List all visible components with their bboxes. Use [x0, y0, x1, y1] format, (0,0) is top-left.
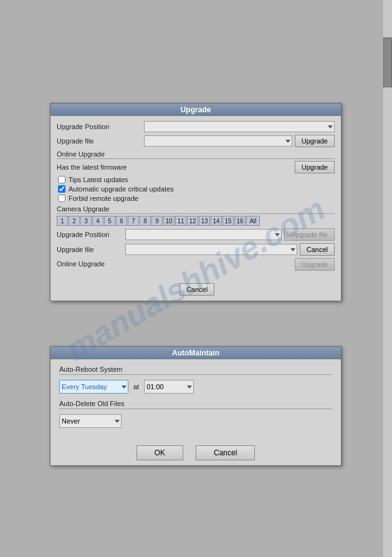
am-ok-button[interactable]: OK	[136, 445, 183, 460]
cam-num-6[interactable]: 6	[116, 216, 127, 226]
scrollbar-thumb[interactable]	[383, 37, 392, 87]
online-upgrade-disabled-btn: Upgrade	[295, 258, 335, 271]
camera-upgrade-section: Camera Upgrade	[57, 205, 335, 214]
upgrade-file-input-group: Upgrade	[144, 135, 335, 147]
cam-num-1[interactable]: 1	[57, 216, 68, 226]
camera-upgrade-position-wrapper	[125, 229, 282, 240]
has-firmware-row: Has the latest firmware Upgrade	[57, 161, 335, 173]
upgrade-cancel-button[interactable]: Cancel	[179, 283, 214, 296]
tips-latest-row: Tips Latest updates	[58, 176, 335, 183]
upgrade-dialog: Upgrade Upgrade Position Upgrade file	[50, 103, 342, 301]
cam-num-4[interactable]: 4	[92, 216, 103, 226]
camera-upgrade-file-select[interactable]	[125, 244, 297, 255]
auto-critical-label: Automatic upgrade critical updates	[69, 185, 174, 193]
upgrade-position-label: Upgrade Position	[57, 123, 144, 130]
am-cancel-button[interactable]: Cancel	[196, 445, 255, 460]
delete-select-wrapper: Never 1 Day 7 Days 30 Days	[59, 414, 122, 428]
cam-num-2[interactable]: 2	[69, 216, 80, 226]
delete-select[interactable]: Never 1 Day 7 Days 30 Days	[59, 414, 122, 428]
automaintain-dialog-title: AutoMaintain	[50, 347, 341, 359]
upgrade-dialog-body: Upgrade Position Upgrade file Upgrade	[50, 116, 341, 278]
time-select[interactable]: 01:00 00:00 02:00 03:00	[144, 380, 194, 394]
camera-upgrade-position-select[interactable]	[125, 229, 282, 240]
cam-num-16[interactable]: 16	[234, 216, 246, 226]
camera-upgrade-file-row: Upgrade file Cancel	[57, 243, 335, 256]
cam-num-14[interactable]: 14	[211, 216, 222, 226]
cam-num-8[interactable]: 8	[140, 216, 151, 226]
cam-num-12[interactable]: 12	[187, 216, 198, 226]
camera-upgrade-file-wrapper	[125, 244, 297, 255]
automaintain-dialog: AutoMaintain Auto-Reboot System Every Tu…	[50, 346, 342, 466]
auto-critical-checkbox[interactable]	[58, 185, 65, 193]
automaintain-body: Auto-Reboot System Every Tuesday Every M…	[50, 359, 341, 440]
automaintain-footer: OK Cancel	[50, 440, 341, 465]
online-upgrade-row2: Online Upgrade Upgrade	[57, 258, 335, 271]
auto-critical-row: Automatic upgrade critical updates	[58, 185, 335, 193]
camera-numbers: 1 2 3 4 5 6 7 8 9 10 11 12 13 14 15 16 A…	[57, 216, 335, 226]
upgrade-file-label: Upgrade file	[57, 137, 144, 145]
upgrade-file-row: Upgrade file Upgrade	[57, 135, 335, 147]
upgrade-dialog-footer: Cancel	[50, 278, 341, 301]
cam-num-7[interactable]: 7	[128, 216, 139, 226]
camera-upgrade-position-row: Upgrade Position Upgrade file	[57, 228, 335, 241]
forbid-remote-row: Forbid remote upgrade	[58, 195, 335, 202]
upgrade-file-select[interactable]	[144, 135, 292, 147]
upgrade-file-select-wrapper	[144, 135, 292, 147]
cam-num-15[interactable]: 15	[222, 216, 234, 226]
tips-latest-checkbox[interactable]	[58, 176, 65, 183]
cam-num-5[interactable]: 5	[104, 216, 115, 226]
cam-num-13[interactable]: 13	[199, 216, 210, 226]
forbid-remote-label: Forbid remote upgrade	[69, 195, 138, 202]
has-firmware-text: Has the latest firmware	[57, 163, 127, 171]
camera-upgrade-file-label: Upgrade file	[57, 246, 125, 253]
cam-num-all[interactable]: All	[246, 216, 260, 226]
time-select-wrapper: 01:00 00:00 02:00 03:00	[144, 380, 194, 394]
cam-num-10[interactable]: 10	[163, 216, 174, 226]
auto-delete-row: Never 1 Day 7 Days 30 Days	[59, 414, 332, 428]
camera-upgrade-position-label: Upgrade Position	[57, 231, 125, 238]
upgrade-button[interactable]: Upgrade	[295, 135, 335, 147]
online-upgrade-label2: Online Upgrade	[57, 260, 105, 268]
cam-num-3[interactable]: 3	[80, 216, 92, 226]
online-upgrade-btn[interactable]: Upgrade	[295, 161, 335, 173]
upgrade-dialog-title: Upgrade	[50, 104, 341, 116]
upgrade-position-select[interactable]	[144, 121, 335, 132]
tips-latest-label: Tips Latest updates	[69, 176, 128, 183]
day-select-wrapper: Every Tuesday Every Monday Every Wednesd…	[59, 380, 128, 394]
online-upgrade-section: Online Upgrade	[57, 150, 335, 159]
cam-num-11[interactable]: 11	[175, 216, 186, 226]
camera-cancel-btn[interactable]: Cancel	[300, 243, 335, 256]
cam-num-9[interactable]: 9	[151, 216, 163, 226]
forbid-remote-checkbox[interactable]	[58, 195, 65, 202]
auto-reboot-row: Every Tuesday Every Monday Every Wednesd…	[59, 380, 332, 394]
upgrade-position-select-wrapper	[144, 121, 335, 132]
scrollbar[interactable]	[383, 0, 392, 557]
auto-reboot-section: Auto-Reboot System	[59, 366, 332, 375]
at-label: at	[133, 383, 139, 390]
auto-delete-section: Auto-Delete Old Files	[59, 400, 332, 409]
camera-upgrade-file-btn: Upgrade file	[284, 228, 335, 241]
upgrade-position-row: Upgrade Position	[57, 121, 335, 132]
day-select[interactable]: Every Tuesday Every Monday Every Wednesd…	[59, 380, 128, 394]
